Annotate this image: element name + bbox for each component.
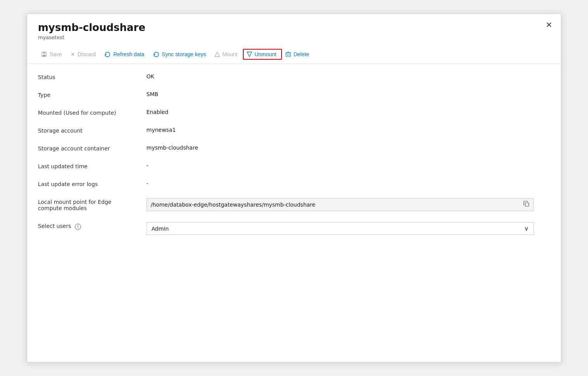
mount-button[interactable]: Mount	[211, 49, 243, 59]
svg-rect-5	[286, 53, 291, 57]
discard-icon: ✕	[70, 51, 75, 57]
last-updated-value: -	[146, 162, 148, 169]
storage-container-value: mysmb-cloudshare	[146, 145, 198, 151]
mount-point-value: /home/databox-edge/hostgatewayshares/mys…	[151, 202, 315, 208]
toolbar: Save ✕ Discard Refresh data Sync storage…	[27, 44, 561, 64]
mounted-row: Mounted (Used for compute) Enabled	[38, 109, 550, 116]
storage-account-value: mynewsa1	[146, 127, 176, 133]
storage-container-label: Storage account container	[38, 145, 146, 152]
mount-point-label: Local mount point for Edge compute modul…	[38, 198, 146, 211]
refresh-icon	[104, 51, 111, 58]
select-users-row: Select users i Admin ∨	[38, 222, 550, 235]
select-users-value: Admin	[151, 226, 169, 232]
last-error-label: Last update error logs	[38, 180, 146, 187]
storage-account-row: Storage account mynewsa1	[38, 127, 550, 134]
delete-label: Delete	[294, 51, 309, 57]
chevron-down-icon: ∨	[524, 225, 529, 232]
svg-rect-2	[43, 55, 46, 57]
status-label: Status	[38, 73, 146, 80]
svg-marker-4	[247, 52, 252, 57]
mounted-value: Enabled	[146, 109, 168, 115]
mount-point-input: /home/databox-edge/hostgatewayshares/mys…	[146, 198, 534, 211]
status-value: OK	[146, 73, 154, 79]
panel-header: mysmb-cloudshare myasetest ✕	[27, 14, 561, 40]
sync-icon	[153, 51, 160, 58]
type-row: Type SMB	[38, 91, 550, 98]
panel-title: mysmb-cloudshare	[38, 22, 550, 34]
storage-container-row: Storage account container mysmb-cloudsha…	[38, 145, 550, 152]
save-button[interactable]: Save	[38, 49, 67, 59]
last-error-row: Last update error logs -	[38, 180, 550, 187]
copy-icon[interactable]	[523, 201, 530, 209]
unmount-button[interactable]: Unmount	[243, 49, 282, 60]
detail-panel: mysmb-cloudshare myasetest ✕ Save ✕ Disc…	[27, 14, 561, 362]
status-row: Status OK	[38, 73, 550, 80]
select-users-dropdown[interactable]: Admin ∨	[146, 222, 534, 235]
discard-button[interactable]: ✕ Discard	[67, 49, 101, 59]
select-users-label: Select users i	[38, 222, 146, 230]
last-updated-row: Last updated time -	[38, 162, 550, 169]
panel-subtitle: myasetest	[38, 34, 550, 40]
mount-label: Mount	[222, 51, 237, 57]
type-value: SMB	[146, 91, 158, 97]
last-updated-label: Last updated time	[38, 162, 146, 169]
save-icon	[41, 51, 47, 57]
discard-label: Discard	[77, 51, 96, 57]
save-label: Save	[50, 51, 62, 57]
svg-rect-1	[43, 52, 45, 53]
refresh-button[interactable]: Refresh data	[101, 49, 150, 60]
select-users-label-text: Select users	[38, 223, 71, 229]
content-area: Status OK Type SMB Mounted (Used for com…	[27, 64, 561, 257]
info-icon[interactable]: i	[75, 224, 81, 230]
mount-point-row: Local mount point for Edge compute modul…	[38, 198, 550, 211]
sync-button[interactable]: Sync storage keys	[150, 49, 211, 60]
delete-icon	[285, 51, 291, 57]
storage-account-label: Storage account	[38, 127, 146, 134]
mounted-label: Mounted (Used for compute)	[38, 109, 146, 116]
svg-rect-10	[525, 203, 529, 206]
svg-marker-3	[215, 52, 220, 57]
last-error-value: -	[146, 180, 148, 186]
delete-button[interactable]: Delete	[282, 49, 315, 59]
close-button[interactable]: ✕	[546, 21, 552, 29]
refresh-label: Refresh data	[113, 51, 144, 57]
unmount-label: Unmount	[254, 51, 277, 57]
sync-label: Sync storage keys	[162, 51, 206, 57]
type-label: Type	[38, 91, 146, 98]
mount-point-label-line1: Local mount point for Edge	[38, 199, 112, 205]
unmount-icon	[247, 52, 252, 57]
mount-icon	[215, 52, 220, 57]
mount-point-label-line2: compute modules	[38, 205, 87, 211]
